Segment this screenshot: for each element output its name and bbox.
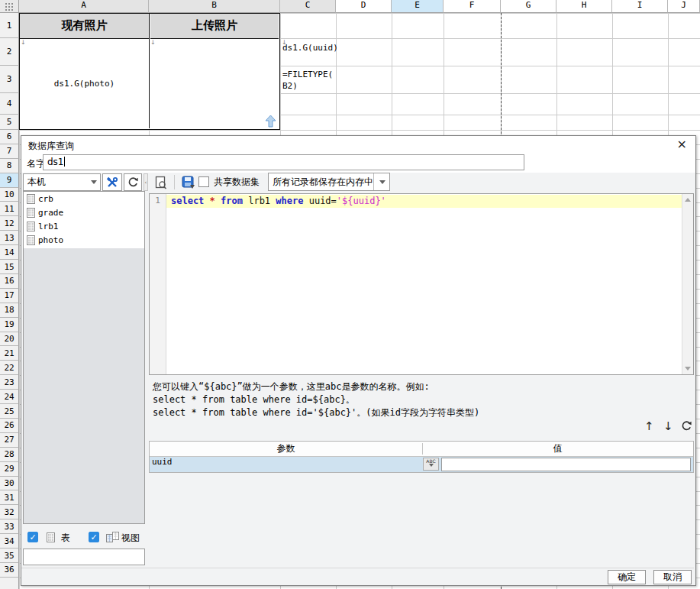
- row-header-7[interactable]: 7: [0, 144, 19, 159]
- cell-b1[interactable]: 上传照片: [150, 14, 279, 39]
- tree-item-lrb1[interactable]: lrb1: [24, 219, 144, 233]
- row-header-6[interactable]: 6: [0, 130, 19, 144]
- row-header-13[interactable]: 13: [0, 231, 19, 245]
- share-dataset-checkbox[interactable]: [198, 176, 209, 187]
- param-move-up-button[interactable]: ↑: [644, 419, 654, 433]
- cell-a2-merged[interactable]: ds1.G(photo): [20, 39, 150, 128]
- row-header-1[interactable]: 1: [0, 13, 19, 38]
- row-header-36[interactable]: 36: [0, 563, 19, 578]
- column-header-d[interactable]: D: [336, 0, 392, 13]
- sql-vertical-scrollbar[interactable]: [682, 194, 693, 374]
- cell-c3[interactable]: =FILETYPE(B2): [282, 69, 333, 92]
- footer-divider: [21, 568, 694, 568]
- row-header-35[interactable]: 35: [0, 549, 19, 563]
- row-header-21[interactable]: 21: [0, 347, 19, 361]
- row-header-24[interactable]: 24: [0, 390, 19, 404]
- row-header-31[interactable]: 31: [0, 491, 19, 506]
- cancel-button[interactable]: 取消: [653, 570, 692, 584]
- view-filter-icon-box: [105, 531, 119, 543]
- param-refresh-button[interactable]: [681, 420, 692, 432]
- tree-item-photo[interactable]: photo: [24, 233, 144, 247]
- line-number-gutter: 1: [150, 194, 166, 374]
- row-header-20[interactable]: 20: [0, 332, 19, 347]
- row-header-8[interactable]: 8: [0, 159, 19, 173]
- cell-b2-merged[interactable]: [150, 39, 279, 128]
- table-icon: [27, 222, 35, 231]
- column-header-j[interactable]: J: [668, 0, 700, 13]
- parameter-row[interactable]: uuid ABC: [150, 457, 693, 472]
- connection-config-button[interactable]: [102, 173, 122, 191]
- row-header-2[interactable]: 2: [0, 38, 19, 66]
- cell-c2[interactable]: ds1.G(uuid): [282, 42, 338, 53]
- chevron-down-icon: [429, 464, 434, 467]
- refresh-icon: [127, 176, 139, 188]
- scroll-up-icon[interactable]: [685, 198, 691, 202]
- column-header-h[interactable]: H: [556, 0, 612, 13]
- row-header-34[interactable]: 34: [0, 534, 19, 549]
- row-header-18[interactable]: 18: [0, 303, 19, 318]
- row-header-15[interactable]: 15: [0, 260, 19, 274]
- table-tree-list: crb grade lrb1 photo: [24, 192, 144, 248]
- param-type-selector[interactable]: ABC: [423, 458, 439, 471]
- row-header-5[interactable]: 5: [0, 115, 19, 130]
- close-icon[interactable]: ×: [677, 138, 687, 150]
- row-header-27[interactable]: 27: [0, 433, 19, 448]
- row-header-16[interactable]: 16: [0, 274, 19, 289]
- row-header-26[interactable]: 26: [0, 419, 19, 433]
- tree-search-input[interactable]: [23, 549, 145, 565]
- line-number: 1: [150, 196, 166, 206]
- row-header-10[interactable]: 10: [0, 188, 19, 202]
- preview-button[interactable]: [151, 173, 171, 191]
- row-header-19[interactable]: 19: [0, 318, 19, 332]
- row-header-33[interactable]: 33: [0, 519, 19, 534]
- show-tables-checkbox[interactable]: ✓: [27, 532, 38, 542]
- param-move-down-button[interactable]: ↓: [663, 419, 673, 433]
- param-name-cell: uuid: [152, 457, 173, 467]
- show-views-checkbox[interactable]: ✓: [89, 532, 99, 542]
- name-input[interactable]: ds1: [43, 154, 524, 170]
- row-header-17[interactable]: 17: [0, 289, 19, 303]
- row-header-23[interactable]: 23: [0, 375, 19, 390]
- row-header-12[interactable]: 12: [0, 216, 19, 231]
- column-header-a[interactable]: A: [19, 0, 149, 13]
- dialog-title: 数据库查询: [28, 140, 74, 153]
- column-header-b[interactable]: B: [149, 0, 280, 13]
- panel-splitter-handle[interactable]: ‹: [144, 173, 148, 191]
- scroll-down-icon[interactable]: [685, 367, 691, 371]
- blue-save-icon: [182, 176, 195, 189]
- row-header-22[interactable]: 22: [0, 361, 19, 375]
- column-header-g[interactable]: G: [501, 0, 556, 13]
- row-header-14[interactable]: 14: [0, 245, 19, 260]
- store-procedure-button[interactable]: [178, 173, 198, 191]
- cell-a1[interactable]: 现有照片: [20, 14, 150, 39]
- ok-button[interactable]: 确定: [608, 570, 646, 584]
- toolbar-separator: [174, 175, 175, 189]
- row-header-30[interactable]: 30: [0, 477, 19, 491]
- row-header-28[interactable]: 28: [0, 448, 19, 462]
- connection-select[interactable]: 本机: [23, 173, 101, 191]
- row-header-29[interactable]: 29: [0, 462, 19, 477]
- sql-editor[interactable]: 1 select * from lrb1 where uuid='${uuid}…: [149, 193, 694, 375]
- param-value-input[interactable]: [441, 458, 691, 471]
- row-header-4[interactable]: 4: [0, 93, 19, 115]
- view-icon: [106, 532, 119, 543]
- row-header-32[interactable]: 32: [0, 505, 19, 519]
- row-header-11[interactable]: 11: [0, 202, 19, 217]
- database-query-dialog: 数据库查询 × 名字: ds1 本机 ‹: [21, 135, 696, 586]
- storage-mode-select[interactable]: 所有记录都保存在内存中: [268, 173, 390, 191]
- table-tree-panel: crb grade lrb1 photo: [23, 191, 145, 524]
- column-header-i[interactable]: I: [612, 0, 668, 13]
- column-header-f[interactable]: F: [444, 0, 501, 13]
- sql-code-line: select * from lrb1 where uuid='${uuid}': [171, 196, 386, 206]
- column-header-c[interactable]: C: [280, 0, 336, 13]
- tree-item-crb[interactable]: crb: [24, 192, 144, 206]
- table-icon: [47, 532, 55, 542]
- column-header-e[interactable]: E: [392, 0, 444, 13]
- grid-line: [19, 130, 700, 131]
- row-header-9[interactable]: 9: [0, 173, 19, 188]
- connection-refresh-button[interactable]: [124, 173, 142, 191]
- row-header-3[interactable]: 3: [0, 66, 19, 93]
- select-all-corner[interactable]: [0, 0, 19, 13]
- tree-item-grade[interactable]: grade: [24, 206, 144, 219]
- row-header-25[interactable]: 25: [0, 404, 19, 419]
